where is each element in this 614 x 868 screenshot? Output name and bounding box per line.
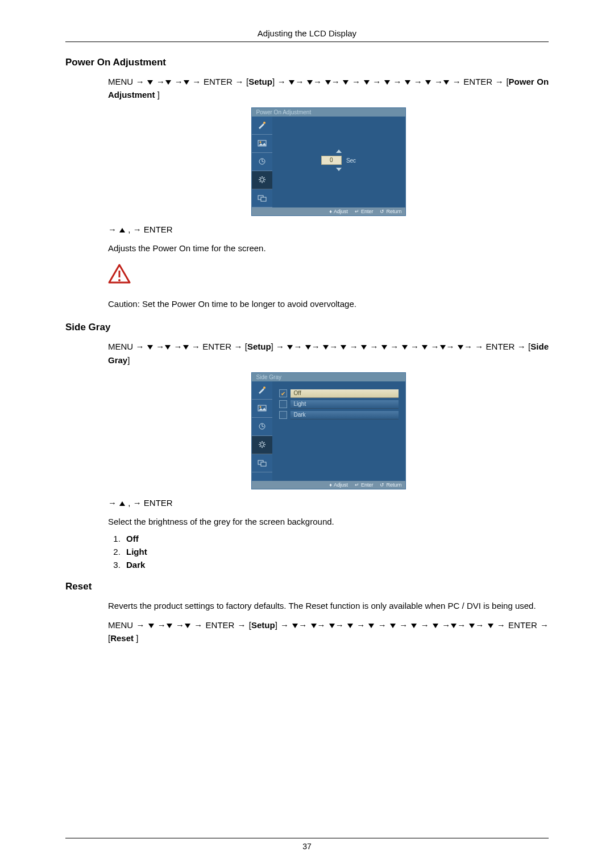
svg-line-26 xyxy=(259,442,260,443)
nav-pre: MENU → xyxy=(108,620,148,630)
section-reset-title: Reset xyxy=(65,581,549,592)
down-icon xyxy=(329,624,335,628)
nav-enter1: → ENTER → [ xyxy=(192,342,247,351)
down-icon xyxy=(405,80,410,85)
down-icon xyxy=(307,80,313,85)
nav-end: ] xyxy=(134,633,138,643)
nav2-text: , → ENTER xyxy=(126,498,173,508)
down-icon xyxy=(469,624,475,628)
brush-icon xyxy=(258,386,267,394)
down-icon xyxy=(384,80,390,85)
down-icon xyxy=(289,80,294,85)
down-icon xyxy=(325,80,331,85)
svg-point-0 xyxy=(263,122,265,124)
osd-power-on-adjustment: Power On Adjustment xyxy=(251,107,406,216)
option-label: Light xyxy=(291,400,399,409)
down-icon xyxy=(458,345,463,350)
list-item: Light xyxy=(123,547,549,556)
side-gray-option-off: ✔ Off xyxy=(279,389,399,398)
nav-end: ] xyxy=(155,90,160,99)
caution-icon xyxy=(108,264,131,284)
section-power-on-title: Power On Adjustment xyxy=(65,57,549,68)
nav-mid: ] → xyxy=(271,342,287,351)
side-gray-option-light: Light xyxy=(279,400,399,409)
svg-line-12 xyxy=(259,181,260,182)
osd-main-area: ✔ Off Light Dark xyxy=(272,381,405,481)
power-on-value: 0 xyxy=(321,156,342,165)
power-on-nav2: → , → ENTER xyxy=(108,223,549,236)
down-icon xyxy=(292,624,298,628)
option-label: Off xyxy=(291,389,399,398)
value-down-icon xyxy=(336,168,342,171)
footer-divider xyxy=(65,838,549,838)
brush-icon xyxy=(258,121,267,129)
check-icon xyxy=(279,411,287,419)
footer-enter: ↵ Enter xyxy=(355,209,374,214)
osd-footer: ♦ Adjust ↵ Enter ↺ Return xyxy=(252,207,405,215)
value-up-icon xyxy=(336,149,342,153)
osd-side-item-5 xyxy=(252,189,272,207)
side-gray-nav2: → , → ENTER xyxy=(108,496,549,509)
nav-enter1: → ENTER → [ xyxy=(194,620,251,630)
down-icon xyxy=(433,624,438,628)
header-title: Adjusting the LCD Display xyxy=(65,28,549,41)
svg-point-2 xyxy=(259,142,261,143)
nav-enter1: → ENTER → [ xyxy=(192,77,248,86)
power-on-caution: Caution: Set the Power On time to be lon… xyxy=(108,297,549,310)
svg-line-10 xyxy=(263,181,264,182)
down-icon xyxy=(305,345,311,350)
nav-setup: Setup xyxy=(248,77,272,86)
down-icon xyxy=(411,624,417,628)
reset-desc: Reverts the product settings to factory … xyxy=(108,599,549,612)
monitors-icon xyxy=(258,459,267,467)
side-gray-desc: Select the brightness of the grey for th… xyxy=(108,515,549,528)
nav-end: ] xyxy=(127,355,130,365)
footer-return: ↺ Return xyxy=(380,209,401,214)
gear-icon xyxy=(258,176,267,184)
osd-side-item-4-selected xyxy=(252,171,272,189)
osd-title: Side Gray xyxy=(252,373,405,381)
side-gray-option-dark: Dark xyxy=(279,411,399,420)
down-icon xyxy=(341,345,346,350)
down-icon xyxy=(361,345,367,350)
down-icon xyxy=(167,624,172,628)
down-icon xyxy=(425,80,431,85)
power-on-desc: Adjusts the Power On time for the screen… xyxy=(108,242,549,255)
osd-side-gray: Side Gray xyxy=(251,372,406,489)
nav-pre: MENU → xyxy=(108,77,147,86)
nav-enter2: → ENTER → [ xyxy=(453,77,509,86)
down-icon xyxy=(451,624,457,628)
svg-line-27 xyxy=(263,446,264,447)
side-gray-nav-path: MENU → → → → ENTER → [Setup] → → → → → →… xyxy=(108,340,549,367)
down-icon xyxy=(147,80,153,85)
header-divider xyxy=(65,41,549,42)
nav-enter2: → ENTER → [ xyxy=(475,342,530,351)
down-icon xyxy=(147,345,153,350)
check-icon xyxy=(279,400,287,408)
down-icon xyxy=(184,80,189,85)
nav-mid: ] → xyxy=(275,620,292,630)
list-item: Off xyxy=(123,534,549,543)
svg-point-21 xyxy=(260,443,264,446)
osd-side-item-2 xyxy=(252,135,272,153)
nav-pre: MENU → xyxy=(108,342,147,351)
osd-side-item-4-selected xyxy=(252,436,272,454)
svg-line-28 xyxy=(263,442,264,443)
clock-icon xyxy=(258,422,267,430)
down-icon xyxy=(185,624,190,628)
nav-setup: Setup xyxy=(251,620,275,630)
nav2-text: , → ENTER xyxy=(126,225,173,234)
down-icon xyxy=(148,624,154,628)
down-icon xyxy=(323,345,329,350)
svg-line-9 xyxy=(259,177,260,178)
down-icon xyxy=(390,624,396,628)
osd-side-menu xyxy=(252,381,272,481)
svg-point-19 xyxy=(259,406,261,408)
down-icon xyxy=(364,80,370,85)
svg-line-11 xyxy=(263,177,264,178)
osd-side-item-3 xyxy=(252,153,272,171)
option-label: Dark xyxy=(291,411,399,420)
side-gray-options-list: Off Light Dark xyxy=(123,534,549,570)
osd-main-area: 0 Sec xyxy=(272,117,405,205)
down-icon xyxy=(347,624,353,628)
